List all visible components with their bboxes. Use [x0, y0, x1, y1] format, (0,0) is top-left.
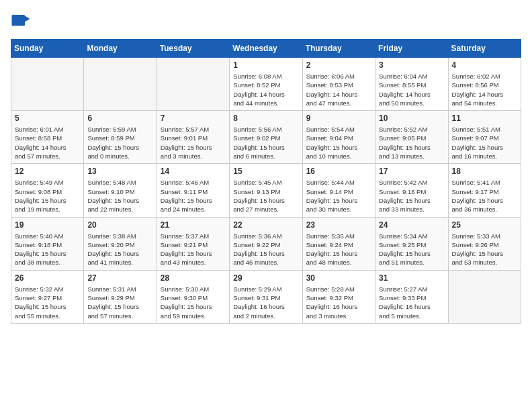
logo-icon	[11, 11, 31, 31]
calendar-cell: 14Sunrise: 5:46 AM Sunset: 9:11 PM Dayli…	[157, 164, 229, 217]
day-info: Sunrise: 5:40 AM Sunset: 9:18 PM Dayligh…	[15, 232, 80, 267]
day-number: 4	[452, 60, 517, 70]
calendar-cell: 1Sunrise: 6:08 AM Sunset: 8:52 PM Daylig…	[230, 58, 302, 111]
day-info: Sunrise: 5:29 AM Sunset: 9:31 PM Dayligh…	[233, 285, 298, 320]
weekday-header: Tuesday	[157, 40, 229, 58]
day-info: Sunrise: 6:02 AM Sunset: 8:56 PM Dayligh…	[452, 72, 517, 107]
day-number: 5	[15, 113, 80, 123]
calendar-cell: 9Sunrise: 5:54 AM Sunset: 9:04 PM Daylig…	[302, 111, 375, 164]
calendar-cell: 4Sunrise: 6:02 AM Sunset: 8:56 PM Daylig…	[448, 58, 521, 111]
day-info: Sunrise: 5:35 AM Sunset: 9:24 PM Dayligh…	[306, 232, 371, 267]
calendar-cell	[84, 58, 157, 111]
day-number: 8	[233, 113, 298, 123]
calendar-cell: 3Sunrise: 6:04 AM Sunset: 8:55 PM Daylig…	[375, 58, 448, 111]
calendar-cell: 16Sunrise: 5:44 AM Sunset: 9:14 PM Dayli…	[302, 164, 375, 217]
calendar-cell: 23Sunrise: 5:35 AM Sunset: 9:24 PM Dayli…	[302, 217, 375, 270]
calendar-cell	[11, 58, 84, 111]
day-number: 27	[87, 273, 152, 283]
calendar-week-row: 12Sunrise: 5:49 AM Sunset: 9:08 PM Dayli…	[11, 164, 521, 217]
calendar-cell: 31Sunrise: 5:27 AM Sunset: 9:33 PM Dayli…	[375, 270, 448, 323]
day-number: 15	[233, 167, 298, 176]
day-info: Sunrise: 6:04 AM Sunset: 8:55 PM Dayligh…	[379, 72, 444, 107]
day-info: Sunrise: 5:27 AM Sunset: 9:33 PM Dayligh…	[379, 285, 444, 320]
day-number: 14	[161, 167, 226, 176]
day-info: Sunrise: 5:31 AM Sunset: 9:29 PM Dayligh…	[87, 285, 152, 320]
day-info: Sunrise: 5:33 AM Sunset: 9:26 PM Dayligh…	[452, 232, 517, 267]
day-info: Sunrise: 6:08 AM Sunset: 8:52 PM Dayligh…	[233, 72, 298, 107]
day-info: Sunrise: 5:59 AM Sunset: 8:59 PM Dayligh…	[87, 125, 152, 161]
day-number: 13	[87, 167, 152, 176]
day-number: 2	[306, 60, 371, 70]
calendar-cell: 28Sunrise: 5:30 AM Sunset: 9:30 PM Dayli…	[157, 270, 229, 323]
day-number: 22	[233, 220, 298, 230]
day-number: 20	[87, 220, 152, 230]
svg-marker-1	[25, 16, 30, 22]
day-info: Sunrise: 5:57 AM Sunset: 9:01 PM Dayligh…	[161, 125, 226, 161]
calendar-cell: 2Sunrise: 6:06 AM Sunset: 8:53 PM Daylig…	[302, 58, 375, 111]
calendar-cell: 20Sunrise: 5:38 AM Sunset: 9:20 PM Dayli…	[84, 217, 157, 270]
day-info: Sunrise: 5:51 AM Sunset: 9:07 PM Dayligh…	[452, 125, 517, 161]
calendar-cell: 24Sunrise: 5:34 AM Sunset: 9:25 PM Dayli…	[375, 217, 448, 270]
day-number: 28	[161, 273, 226, 283]
calendar-cell: 7Sunrise: 5:57 AM Sunset: 9:01 PM Daylig…	[157, 111, 229, 164]
day-number: 1	[233, 60, 298, 70]
day-number: 25	[452, 220, 517, 230]
day-info: Sunrise: 6:01 AM Sunset: 8:58 PM Dayligh…	[15, 125, 80, 161]
calendar-week-row: 26Sunrise: 5:32 AM Sunset: 9:27 PM Dayli…	[11, 270, 521, 323]
calendar-cell: 21Sunrise: 5:37 AM Sunset: 9:21 PM Dayli…	[157, 217, 229, 270]
calendar-week-row: 5Sunrise: 6:01 AM Sunset: 8:58 PM Daylig…	[11, 111, 521, 164]
svg-rect-0	[12, 15, 26, 26]
calendar-cell: 15Sunrise: 5:45 AM Sunset: 9:13 PM Dayli…	[230, 164, 302, 217]
calendar-cell: 29Sunrise: 5:29 AM Sunset: 9:31 PM Dayli…	[230, 270, 302, 323]
day-number: 3	[379, 60, 444, 70]
day-number: 7	[161, 113, 226, 123]
day-info: Sunrise: 5:32 AM Sunset: 9:27 PM Dayligh…	[15, 285, 80, 320]
day-info: Sunrise: 5:42 AM Sunset: 9:16 PM Dayligh…	[379, 178, 444, 214]
calendar: SundayMondayTuesdayWednesdayThursdayFrid…	[11, 39, 521, 324]
day-number: 12	[15, 167, 80, 176]
day-number: 16	[306, 167, 371, 176]
day-number: 24	[379, 220, 444, 230]
day-number: 9	[306, 113, 371, 123]
day-info: Sunrise: 5:41 AM Sunset: 9:17 PM Dayligh…	[452, 178, 517, 214]
calendar-cell: 12Sunrise: 5:49 AM Sunset: 9:08 PM Dayli…	[11, 164, 84, 217]
day-info: Sunrise: 6:06 AM Sunset: 8:53 PM Dayligh…	[306, 72, 371, 107]
calendar-cell: 8Sunrise: 5:56 AM Sunset: 9:02 PM Daylig…	[230, 111, 302, 164]
calendar-cell: 11Sunrise: 5:51 AM Sunset: 9:07 PM Dayli…	[448, 111, 521, 164]
calendar-cell	[157, 58, 229, 111]
weekday-header: Wednesday	[230, 40, 302, 58]
day-info: Sunrise: 5:37 AM Sunset: 9:21 PM Dayligh…	[161, 232, 226, 267]
calendar-cell: 25Sunrise: 5:33 AM Sunset: 9:26 PM Dayli…	[448, 217, 521, 270]
calendar-header-row: SundayMondayTuesdayWednesdayThursdayFrid…	[11, 40, 521, 58]
calendar-cell: 10Sunrise: 5:52 AM Sunset: 9:05 PM Dayli…	[375, 111, 448, 164]
day-info: Sunrise: 5:28 AM Sunset: 9:32 PM Dayligh…	[306, 285, 371, 320]
day-info: Sunrise: 5:49 AM Sunset: 9:08 PM Dayligh…	[15, 178, 80, 214]
page-header	[11, 11, 521, 31]
calendar-cell	[448, 270, 521, 323]
calendar-week-row: 1Sunrise: 6:08 AM Sunset: 8:52 PM Daylig…	[11, 58, 521, 111]
calendar-cell: 5Sunrise: 6:01 AM Sunset: 8:58 PM Daylig…	[11, 111, 84, 164]
calendar-cell: 22Sunrise: 5:36 AM Sunset: 9:22 PM Dayli…	[230, 217, 302, 270]
day-number: 10	[379, 113, 444, 123]
day-info: Sunrise: 5:48 AM Sunset: 9:10 PM Dayligh…	[87, 178, 152, 214]
logo	[11, 11, 34, 31]
day-info: Sunrise: 5:56 AM Sunset: 9:02 PM Dayligh…	[233, 125, 298, 161]
weekday-header: Thursday	[302, 40, 375, 58]
day-number: 11	[452, 113, 517, 123]
weekday-header: Monday	[84, 40, 157, 58]
day-number: 19	[15, 220, 80, 230]
day-info: Sunrise: 5:54 AM Sunset: 9:04 PM Dayligh…	[306, 125, 371, 161]
day-number: 30	[306, 273, 371, 283]
day-number: 18	[452, 167, 517, 176]
day-info: Sunrise: 5:34 AM Sunset: 9:25 PM Dayligh…	[379, 232, 444, 267]
day-number: 23	[306, 220, 371, 230]
weekday-header: Saturday	[448, 40, 521, 58]
calendar-cell: 30Sunrise: 5:28 AM Sunset: 9:32 PM Dayli…	[302, 270, 375, 323]
calendar-cell: 27Sunrise: 5:31 AM Sunset: 9:29 PM Dayli…	[84, 270, 157, 323]
calendar-cell: 19Sunrise: 5:40 AM Sunset: 9:18 PM Dayli…	[11, 217, 84, 270]
day-info: Sunrise: 5:38 AM Sunset: 9:20 PM Dayligh…	[87, 232, 152, 267]
weekday-header: Sunday	[11, 40, 84, 58]
day-info: Sunrise: 5:52 AM Sunset: 9:05 PM Dayligh…	[379, 125, 444, 161]
day-info: Sunrise: 5:30 AM Sunset: 9:30 PM Dayligh…	[161, 285, 226, 320]
day-number: 21	[161, 220, 226, 230]
